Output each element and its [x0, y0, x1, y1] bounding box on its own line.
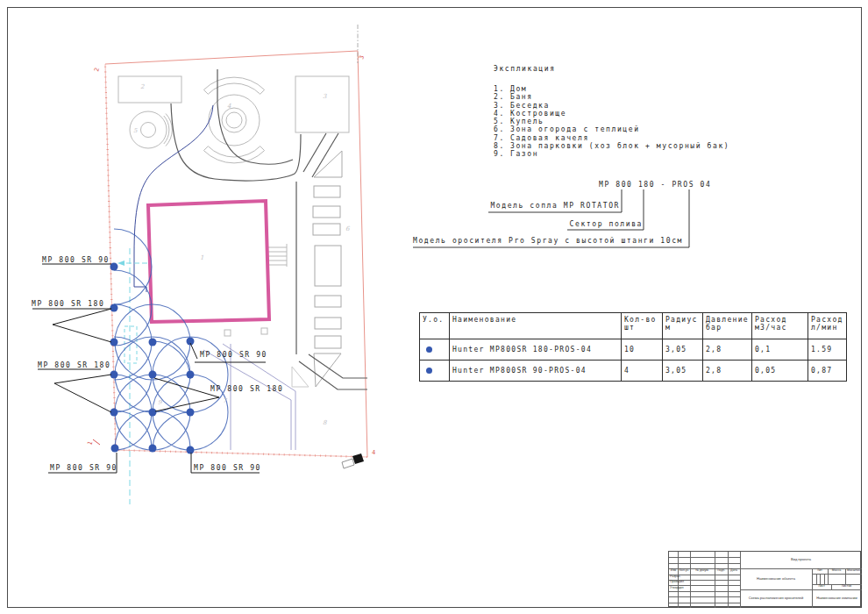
sprinkler-label: MP 800 SR 180 [210, 385, 283, 393]
zone-number: 6 [345, 225, 350, 232]
legend-item-number: 1. [494, 85, 510, 93]
zone-number: 1 [200, 254, 203, 261]
walkways [171, 69, 367, 389]
spray-model-label: Модель оросителя Pro Spray с высотой шта… [413, 237, 683, 245]
flow-m3-cell: 0,1 [751, 339, 808, 361]
sprinkler-dot-icon [426, 346, 432, 353]
title-block: Изм Кол.уч № докум. Подп. Дата Разраб. П… [668, 551, 861, 607]
legend-item-number: 3. [494, 102, 510, 110]
tb-col-data: Дата [728, 568, 740, 574]
legend-item-number: 4. [494, 110, 510, 118]
sprinkler-dot [149, 339, 157, 346]
tb-role-approved: Утвердил [669, 585, 691, 590]
sprinkler-dot [111, 445, 119, 453]
pressure-cell: 2,8 [703, 361, 752, 382]
drawing-sheet: 2 3 4 1 [0, 0, 868, 614]
name-cell: Hunter MP800SR 180-PROS-04 [450, 339, 622, 361]
nozzle-model-label: Модель сопла MP ROTATOR [478, 202, 620, 210]
legend-item-label: Зона огорода с теплицей [510, 125, 640, 133]
symbol-cell [420, 361, 450, 382]
sprinkler-dot [110, 304, 118, 312]
legend-item: 3.Беседка [494, 102, 729, 110]
legend-item-number: 5. [494, 118, 510, 125]
flow-arrow-icon [117, 261, 125, 266]
table-header-row: У.о. Наименование Кол-вошт Радиусм Давле… [420, 313, 847, 339]
zone-number: 5 [133, 127, 138, 134]
tb-col-podp: Подп. [715, 568, 728, 574]
zone-number: 3 [323, 93, 327, 100]
legend-item-label: Беседка [510, 102, 550, 110]
site-plan: 2 3 4 1 [0, 0, 868, 614]
sprinkler-label: MP 800 SR 180 [38, 361, 110, 369]
sprinkler-label: MP 800 SR 90 [42, 256, 110, 264]
zone-number: 2 [140, 83, 145, 90]
flow-l-cell: 0,87 [808, 361, 846, 382]
legend-item: 1.Дом [494, 85, 729, 93]
gate-marker [342, 453, 364, 468]
porch-steps [267, 244, 287, 267]
bathhouse-outline [118, 76, 181, 103]
sprinkler-dot [187, 446, 195, 454]
tb-scale: Масштаб [845, 568, 862, 574]
qty-cell: 4 [622, 361, 663, 382]
house-outline [148, 201, 269, 322]
corner-label-tl: 2 [93, 67, 101, 72]
gazebo-outline [295, 76, 349, 132]
radius-cell: 3,05 [663, 339, 703, 361]
firepit-outline [209, 95, 260, 146]
legend: Экспликация 1.Дом 2.Баня 3.Беседка 4.Кос… [494, 65, 729, 159]
sprinkler-label: MP 800 SR 90 [194, 464, 261, 472]
symbol-cell [420, 339, 450, 361]
table-row: Hunter MP800SR 90-PROS-04 4 3,05 2,8 0,0… [420, 361, 847, 382]
garden-beds [292, 151, 342, 387]
tb-col-dokum: № докум. [690, 568, 715, 574]
legend-item: 9.Газон [494, 150, 729, 158]
flow-l-cell: 1.59 [808, 339, 846, 361]
sprinkler-spec-table: У.о. Наименование Кол-вошт Радиусм Давле… [419, 312, 847, 382]
legend-item-label: Газон [510, 150, 538, 158]
col-header: У.о. [420, 313, 450, 339]
sprinkler-label: MP 800 SR 90 [200, 351, 267, 359]
legend-item-number: 9. [494, 150, 510, 158]
legend-item: 6.Зона огорода с теплицей [494, 125, 729, 133]
sprinkler-dot [149, 371, 157, 379]
pressure-cell: 2,8 [703, 339, 752, 361]
col-header: Давлениебар [703, 313, 752, 339]
legend-item-label: Зона парковки (хоз блок + мусорный бак) [510, 142, 729, 150]
sprinkler-dot [149, 445, 157, 453]
tb-lit: Лит [812, 568, 828, 574]
sprinkler-dot [149, 409, 157, 417]
col-header: Кол-вошт [622, 313, 663, 339]
corner-label-bl: 1 [86, 440, 94, 446]
sprinkler-dot [187, 409, 195, 417]
col-header: Радиусм [663, 313, 703, 339]
tb-sheet: Лист [812, 584, 831, 589]
table-row: Hunter MP800SR 180-PROS-04 10 3,05 2,8 0… [420, 339, 847, 361]
tb-drawing-name: Схема расположения оросителей [740, 589, 812, 608]
legend-item-number: 6. [494, 125, 510, 133]
corner-label-tr: 3 [358, 54, 366, 60]
col-header: Расходм3/час [751, 313, 808, 339]
tb-sheets: Листов [831, 584, 862, 589]
sprinkler-code: MP 800 180 - PROS 04 [599, 181, 711, 189]
sprinkler-dot [187, 371, 195, 379]
legend-item-number: 8. [494, 142, 510, 150]
tb-company-name: Наименование компании [812, 589, 862, 608]
zone-number: 8 [323, 419, 327, 426]
tb-project-type: Вид проекта [740, 552, 862, 568]
sprinkler-arcs [114, 229, 228, 450]
legend-item: 5.Купель [494, 118, 729, 125]
legend-item-label: Купель [510, 118, 544, 125]
col-header: Наименование [450, 313, 622, 339]
radius-cell: 3,05 [663, 361, 703, 382]
legend-item: 2.Баня [494, 93, 729, 101]
greenhouse-outline [315, 246, 341, 286]
corner-label-br: 4 [372, 449, 375, 456]
legend-item: 8.Зона парковки (хоз блок + мусорный бак… [494, 142, 729, 150]
legend-item-label: Садовая качеля [510, 134, 589, 142]
flow-m3-cell: 0,05 [751, 361, 808, 382]
legend-item-number: 7. [494, 134, 510, 142]
name-cell: Hunter MP800SR 90-PROS-04 [450, 361, 622, 382]
sprinkler-label: MP 800 SR 180 [32, 300, 104, 308]
col-header: Расходл/мин [808, 313, 846, 339]
